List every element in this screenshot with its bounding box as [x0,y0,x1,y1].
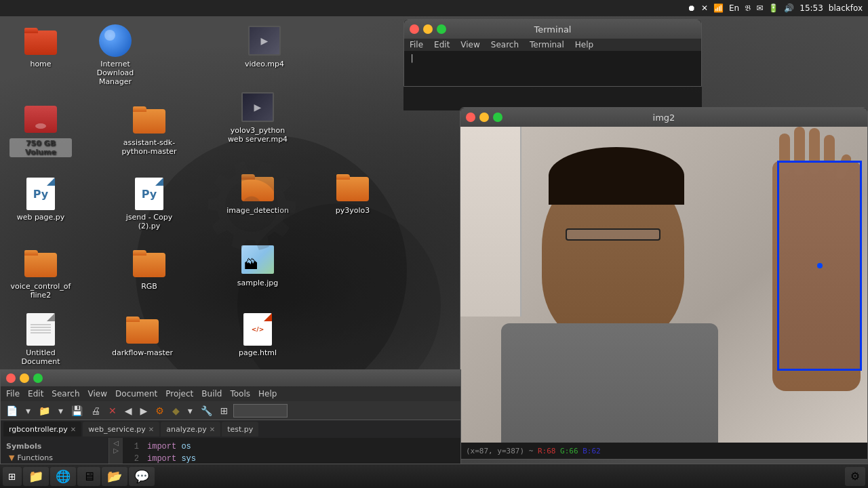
ide-open-btn[interactable]: 📁 [36,404,53,418]
person-body [501,323,718,443]
img2-min-btn[interactable] [479,113,489,122]
ide-tab-analyze-label: analyze.py [166,425,207,434]
volume-icon[interactable]: 🔊 [784,3,794,13]
username: blackfox [829,3,863,13]
code-line-1: 1 import os [128,441,455,453]
ide-menu-tools[interactable]: Tools [230,389,250,399]
desktop-icon-hdd-label: 750 GB Volume [9,138,72,157]
desktop-icon-html-label: page.html [239,348,277,357]
desktop: ⚙ ⏺ ✕ 📶 En 𝔅 ✉ 🔋 🔊 15:53 blackfox home I… [0,0,868,488]
img2-title: img2 [653,113,675,123]
terminal-title: Terminal [534,24,572,35]
detection-box [777,161,862,371]
ide-extra-btn[interactable]: ⊞ [218,404,231,418]
taskbar-terminal-btn[interactable]: 🖥 [77,467,100,486]
ide-run-btn[interactable]: ⚙ [153,404,167,418]
taskbar-files2-btn[interactable]: 📂 [102,467,127,486]
desktop-icon-idm[interactable]: Internet Download Manager [81,22,149,89]
terminal-menu-file[interactable]: File [410,40,423,49]
ide-tab-rgbcontroller-label: rgbcontroller.py [9,425,68,434]
desktop-icon-rgb[interactable]: RGB [115,244,183,293]
ide-menu-help[interactable]: Help [258,389,277,399]
ide-search-input[interactable] [233,404,288,418]
img2-titlebar: img2 [460,108,867,127]
network-icon[interactable]: ✕ [701,3,708,13]
battery-icon[interactable]: 🔋 [768,3,778,13]
taskbar-chat-btn[interactable]: 💬 [129,467,155,486]
ide-menu: File Edit Search View Document Project B… [1,386,460,401]
ide-tab-rgbcontroller[interactable]: rgbcontroller.py ✕ [3,422,81,436]
ide-toolbar-arrow2[interactable]: ▾ [56,404,66,418]
ide-tab-web-service-close[interactable]: ✕ [149,426,154,433]
ide-menu-file[interactable]: File [6,389,20,399]
terminal-content[interactable]: | [404,51,701,66]
ide-sidebar-title-label: Symbols [6,442,41,451]
desktop-icon-assistant-sdk[interactable]: assistant-sdk-python-master [115,100,183,159]
desktop-icon-video-mp4[interactable]: video.mp4 [231,22,298,71]
ide-menu-edit[interactable]: Edit [28,389,43,399]
ide-max-btn[interactable] [33,373,43,383]
ide-new-btn[interactable]: 📄 [3,404,20,418]
ide-print-btn[interactable]: 🖨 [88,404,103,418]
ide-close-btn[interactable] [6,373,16,383]
ide-toolbar: 📄 ▾ 📁 ▾ 💾 🖨 ✕ ◀ ▶ ⚙ ◆ ▾ 🔧 ⊞ [1,401,460,420]
desktop-icon-home[interactable]: home [7,22,75,71]
terminal-window: Terminal File Edit View Search Terminal … [403,19,702,87]
ide-forward-btn[interactable]: ▶ [138,404,151,418]
ide-tab-test-label: test.py [227,425,253,434]
ide-min-btn[interactable] [20,373,29,383]
glasses [566,228,660,241]
ide-toolbar-arrow[interactable]: ▾ [23,404,33,418]
desktop-icon-voice-control[interactable]: voice_control_offline2 [7,244,75,302]
taskbar-files-btn[interactable]: 📁 [23,467,49,486]
ide-back-btn[interactable]: ◀ [122,404,135,418]
ide-menu-project[interactable]: Project [165,389,193,399]
taskbar-app-menu[interactable]: ⊞ [3,467,22,486]
ide-close-file-btn[interactable]: ✕ [106,404,119,418]
detection-dot [817,263,823,268]
ide-tab-rgbcontroller-close[interactable]: ✕ [71,426,76,433]
ide-save-btn[interactable]: 💾 [68,404,85,418]
ide-menu-document[interactable]: Document [115,389,157,399]
keyboard-icon[interactable]: En [729,3,739,13]
img2-close-btn[interactable] [466,113,475,122]
taskbar-settings-btn[interactable]: ⚙ [845,467,865,486]
terminal-menu-view[interactable]: View [460,40,479,49]
desktop-icon-darkflow[interactable]: darkflow-master [108,310,176,360]
ide-tab-analyze[interactable]: analyze.py ✕ [161,422,220,436]
desktop-icon-jsend-label: jsend - Copy (2).py [118,213,180,230]
desktop-icon-web-page-label: web page.py [17,213,65,222]
terminal-menu-terminal[interactable]: Terminal [530,40,564,49]
ide-tab-test[interactable]: test.py [222,422,258,436]
wifi-icon[interactable]: 📶 [713,3,724,13]
img2-max-btn[interactable] [493,113,502,122]
desktop-icon-web-page-py[interactable]: web page.py [7,175,75,224]
taskbar-browser-btn[interactable]: 🌐 [50,467,76,486]
ide-menu-view[interactable]: View [88,389,107,399]
ide-toolbar-arrow3[interactable]: ▾ [185,404,195,418]
terminal-max-btn[interactable] [437,24,446,34]
desktop-icon-untitled-doc[interactable]: Untitled Document [7,310,75,369]
ide-tabs: rgbcontroller.py ✕ web_service.py ✕ anal… [1,420,460,438]
bluetooth-icon[interactable]: 𝔅 [745,3,751,13]
ide-tab-analyze-close[interactable]: ✕ [210,426,215,433]
ide-tools-btn[interactable]: 🔧 [198,404,215,418]
ide-build-btn[interactable]: ◆ [170,404,182,418]
ide-tab-web-service[interactable]: web_service.py ✕ [83,422,159,436]
terminal-menu-search[interactable]: Search [491,40,519,49]
desktop-icon-hdd[interactable]: 750 GB Volume [7,100,75,160]
ide-menu-search[interactable]: Search [52,389,79,399]
img2-b-value: B:62 [583,447,601,455]
terminal-menu-edit[interactable]: Edit [434,40,450,49]
ide-sidebar-item-functions[interactable]: ▼ Functions [3,452,106,464]
terminal-close-btn[interactable] [410,24,419,34]
mail-icon[interactable]: ✉ [756,3,763,13]
desktop-icon-py3yolo3[interactable]: py3yolo3 [319,168,387,218]
terminal-menu-help[interactable]: Help [575,40,593,49]
desktop-icon-jsend[interactable]: jsend - Copy (2).py [115,175,183,233]
desktop-icon-page-html[interactable]: </> page.html [224,310,292,360]
img2-r-value: R:68 [538,447,556,455]
record-icon[interactable]: ⏺ [688,3,696,13]
ide-menu-build[interactable]: Build [201,389,222,399]
terminal-min-btn[interactable] [423,24,433,34]
